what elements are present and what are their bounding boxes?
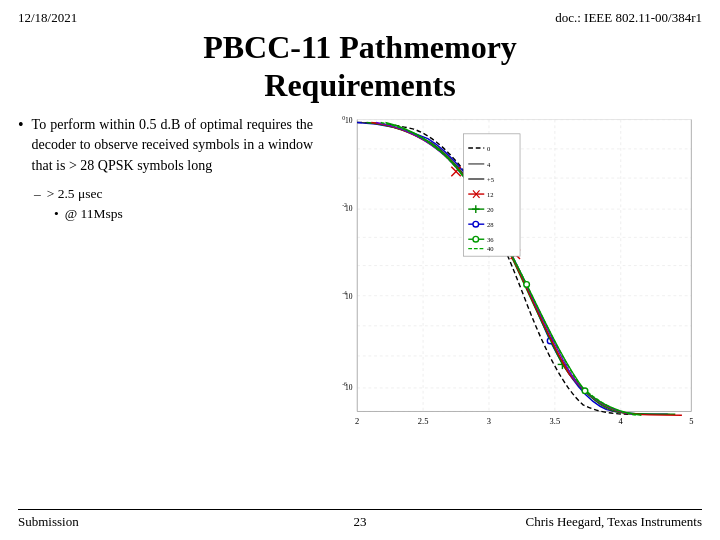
bullet-dot: • (18, 116, 24, 134)
chart-area: 2 2.5 3 3.5 4 5 10 10 10 10 0 -2 -4 -6 (323, 115, 702, 435)
svg-point-62 (473, 221, 479, 227)
sub-item-0: – > 2.5 μsec (34, 184, 313, 204)
svg-text:40: 40 (487, 245, 494, 252)
svg-point-44 (524, 282, 530, 288)
svg-text:36: 36 (487, 236, 494, 243)
svg-text:28: 28 (487, 221, 494, 228)
header-date: 12/18/2021 (18, 10, 77, 26)
footer-divider (18, 509, 702, 510)
footer-page-number: 23 (354, 514, 367, 530)
sub-sub-item-0: • @ 11Msps (54, 204, 313, 224)
sub-item-text: > 2.5 μsec (47, 184, 103, 204)
sub-bullet-icon: • (54, 204, 59, 224)
svg-text:-6: -6 (342, 381, 347, 387)
svg-text:3: 3 (487, 416, 491, 426)
chart-svg: 2 2.5 3 3.5 4 5 10 10 10 10 0 -2 -4 -6 (323, 115, 702, 435)
svg-point-65 (473, 236, 479, 242)
bullet-item-main: • To perform within 0.5 d.B of optimal r… (18, 115, 313, 176)
bullet-text: To perform within 0.5 d.B of optimal req… (32, 115, 313, 176)
svg-text:-4: -4 (342, 290, 347, 296)
page-title: PBCC-11 Pathmemory Requirements (0, 28, 720, 105)
svg-text:5: 5 (689, 416, 693, 426)
title-area: PBCC-11 Pathmemory Requirements (0, 28, 720, 105)
svg-text:0: 0 (342, 115, 345, 121)
content-area: • To perform within 0.5 d.B of optimal r… (18, 115, 702, 435)
sub-items: – > 2.5 μsec • @ 11Msps (34, 184, 313, 225)
text-column: • To perform within 0.5 d.B of optimal r… (18, 115, 313, 435)
svg-text:20: 20 (487, 206, 494, 213)
svg-text:10: 10 (345, 116, 353, 125)
svg-text:2.5: 2.5 (418, 416, 429, 426)
svg-text:-2: -2 (342, 202, 347, 208)
footer-author: Chris Heegard, Texas Instruments (526, 514, 702, 530)
svg-text:2: 2 (355, 416, 359, 426)
header-doc-ref: doc.: IEEE 802.11-00/384r1 (555, 10, 702, 26)
svg-text:12: 12 (487, 191, 494, 198)
svg-text:+5: +5 (487, 176, 495, 183)
svg-text:3.5: 3.5 (550, 416, 561, 426)
svg-text:4: 4 (619, 416, 624, 426)
footer-submission: Submission (18, 514, 79, 530)
svg-point-45 (582, 388, 588, 394)
dash-icon: – (34, 184, 41, 204)
sub-sub-item-text: @ 11Msps (65, 204, 123, 224)
